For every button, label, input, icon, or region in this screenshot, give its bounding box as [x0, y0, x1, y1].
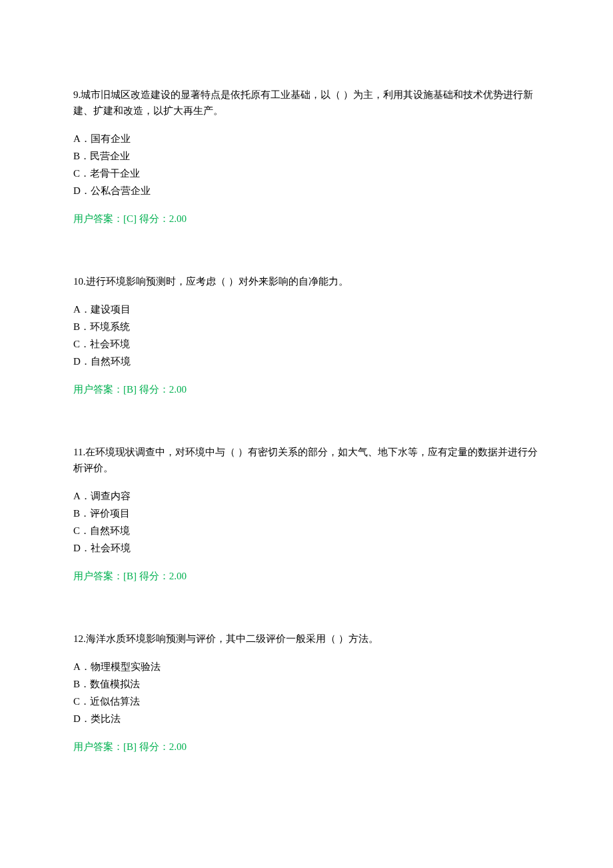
question-12: 12.海洋水质环境影响预测与评价，其中二级评价一般采用（ ）方法。 A．物理模型… [73, 631, 540, 755]
option-a: A．国有企业 [73, 131, 540, 147]
option-b: B．评价项目 [73, 505, 540, 521]
option-list: A．国有企业 B．民营企业 C．老骨干企业 D．公私合营企业 [73, 131, 540, 199]
option-list: A．物理模型实验法 B．数值模拟法 C．近似估算法 D．类比法 [73, 659, 540, 727]
user-answer: 用户答案：[C] 得分：2.00 [73, 211, 540, 227]
question-10: 10.进行环境影响预测时，应考虑（ ）对外来影响的自净能力。 A．建设项目 B．… [73, 273, 540, 397]
question-number: 10. [73, 276, 86, 287]
user-answer: 用户答案：[B] 得分：2.00 [73, 568, 540, 584]
question-number: 11. [73, 447, 85, 457]
option-a: A．调查内容 [73, 488, 540, 504]
document-page: 9.城市旧城区改造建设的显著特点是依托原有工业基础，以（ ）为主，利用其设施基础… [0, 0, 613, 868]
question-number: 9. [73, 89, 81, 100]
question-11: 11.在环境现状调查中，对环境中与（ ）有密切关系的部分，如大气、地下水等，应有… [73, 444, 540, 584]
question-body: 城市旧城区改造建设的显著特点是依托原有工业基础，以（ ）为主，利用其设施基础和技… [73, 89, 533, 116]
option-a: A．建设项目 [73, 301, 540, 317]
question-text: 9.城市旧城区改造建设的显著特点是依托原有工业基础，以（ ）为主，利用其设施基础… [73, 87, 540, 119]
option-c: C．自然环境 [73, 523, 540, 539]
question-body: 在环境现状调查中，对环境中与（ ）有密切关系的部分，如大气、地下水等，应有定量的… [73, 447, 538, 473]
option-d: D．类比法 [73, 711, 540, 727]
question-text: 11.在环境现状调查中，对环境中与（ ）有密切关系的部分，如大气、地下水等，应有… [73, 444, 540, 476]
option-list: A．调查内容 B．评价项目 C．自然环境 D．社会环境 [73, 488, 540, 556]
user-answer: 用户答案：[B] 得分：2.00 [73, 739, 540, 755]
option-a: A．物理模型实验法 [73, 659, 540, 675]
question-text: 12.海洋水质环境影响预测与评价，其中二级评价一般采用（ ）方法。 [73, 631, 540, 647]
user-answer: 用户答案：[B] 得分：2.00 [73, 381, 540, 397]
option-d: D．社会环境 [73, 540, 540, 556]
question-body: 海洋水质环境影响预测与评价，其中二级评价一般采用（ ）方法。 [86, 633, 378, 644]
option-b: B．数值模拟法 [73, 676, 540, 692]
question-number: 12. [73, 633, 86, 644]
option-c: C．社会环境 [73, 336, 540, 352]
question-body: 进行环境影响预测时，应考虑（ ）对外来影响的自净能力。 [86, 276, 348, 287]
option-d: D．公私合营企业 [73, 183, 540, 199]
option-c: C．老骨干企业 [73, 165, 540, 181]
option-c: C．近似估算法 [73, 693, 540, 709]
question-text: 10.进行环境影响预测时，应考虑（ ）对外来影响的自净能力。 [73, 273, 540, 289]
option-list: A．建设项目 B．环境系统 C．社会环境 D．自然环境 [73, 301, 540, 369]
question-9: 9.城市旧城区改造建设的显著特点是依托原有工业基础，以（ ）为主，利用其设施基础… [73, 87, 540, 227]
option-b: B．民营企业 [73, 148, 540, 164]
option-b: B．环境系统 [73, 319, 540, 335]
option-d: D．自然环境 [73, 353, 540, 369]
